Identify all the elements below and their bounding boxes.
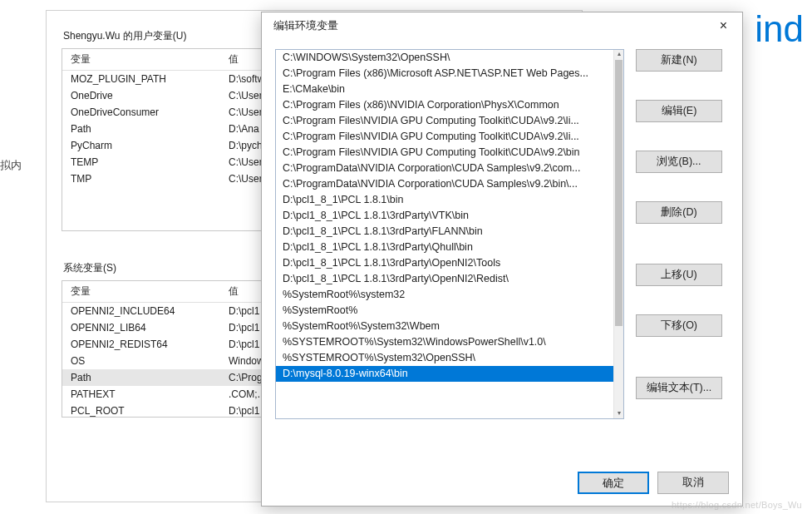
dialog-titlebar: 编辑环境变量 × (262, 12, 742, 39)
edit-env-variable-dialog: 编辑环境变量 × C:\WINDOWS\System32\OpenSSH\C:\… (261, 12, 743, 507)
var-name: PyCharm (62, 137, 220, 154)
watermark: https://blog.csdn.net/Boys_Wu (672, 500, 802, 510)
path-item[interactable]: D:\mysql-8.0.19-winx64\bin (276, 366, 613, 382)
var-name: PCL_ROOT (62, 403, 220, 418)
path-item[interactable]: D:\pcl1_8_1\PCL 1.8.1\bin (276, 192, 613, 208)
close-icon[interactable]: × (713, 17, 734, 35)
background-logo-text: ind (755, 8, 804, 50)
col-var[interactable]: 变量 (62, 281, 220, 303)
path-item[interactable]: D:\pcl1_8_1\PCL 1.8.1\3rdParty\Qhull\bin (276, 240, 613, 255)
var-name: Path (62, 121, 220, 137)
path-item[interactable]: C:\Program Files\NVIDIA GPU Computing To… (276, 113, 613, 129)
scroll-down-icon[interactable]: ▾ (614, 409, 623, 418)
dialog-title: 编辑环境变量 (273, 18, 338, 33)
path-item[interactable]: E:\CMake\bin (276, 82, 613, 97)
scroll-thumb[interactable] (615, 60, 623, 326)
var-name: OPENNI2_REDIST64 (62, 336, 220, 353)
var-name: OS (62, 353, 220, 369)
new-button[interactable]: 新建(N) (636, 49, 722, 72)
var-name: OneDriveConsumer (62, 104, 220, 121)
var-name: OPENNI2_INCLUDE64 (62, 303, 220, 320)
path-item[interactable]: C:\Program Files\NVIDIA GPU Computing To… (276, 129, 613, 145)
move-down-button[interactable]: 下移(O) (636, 314, 722, 337)
scrollbar[interactable]: ▴ ▾ (613, 50, 623, 418)
scroll-up-icon[interactable]: ▴ (614, 50, 623, 59)
path-item[interactable]: D:\pcl1_8_1\PCL 1.8.1\3rdParty\FLANN\bin (276, 224, 613, 240)
path-list[interactable]: C:\WINDOWS\System32\OpenSSH\C:\Program F… (275, 49, 624, 419)
path-item[interactable]: C:\ProgramData\NVIDIA Corporation\CUDA S… (276, 161, 613, 176)
var-name: PATHEXT (62, 386, 220, 403)
path-item[interactable]: %SYSTEMROOT%\System32\OpenSSH\ (276, 350, 613, 366)
path-item[interactable]: %SystemRoot% (276, 303, 613, 319)
left-cut-label: 拟内 (0, 158, 22, 173)
delete-button[interactable]: 删除(D) (636, 201, 722, 224)
path-item[interactable]: C:\Program Files (x86)\Microsoft ASP.NET… (276, 66, 613, 82)
var-name: OPENNI2_LIB64 (62, 319, 220, 336)
ok-button[interactable]: 确定 (578, 472, 649, 494)
browse-button[interactable]: 浏览(B)... (636, 151, 722, 173)
path-item[interactable]: C:\Program Files (x86)\NVIDIA Corporatio… (276, 97, 613, 113)
edit-text-button[interactable]: 编辑文本(T)... (636, 377, 722, 399)
var-name: MOZ_PLUGIN_PATH (62, 71, 220, 88)
side-buttons: 新建(N) 编辑(E) 浏览(B)... 删除(D) 上移(U) 下移(O) 编… (636, 49, 722, 419)
ok-cancel-row: 确定 取消 (578, 472, 729, 494)
path-item[interactable]: D:\pcl1_8_1\PCL 1.8.1\3rdParty\OpenNI2\R… (276, 271, 613, 287)
var-name: TEMP (62, 154, 220, 171)
path-item[interactable]: C:\ProgramData\NVIDIA Corporation\CUDA S… (276, 176, 613, 192)
var-name: Path (62, 369, 220, 386)
path-item[interactable]: C:\Program Files\NVIDIA GPU Computing To… (276, 145, 613, 161)
cancel-button[interactable]: 取消 (657, 472, 729, 494)
path-item[interactable]: D:\pcl1_8_1\PCL 1.8.1\3rdParty\OpenNI2\T… (276, 255, 613, 271)
var-name: OneDrive (62, 87, 220, 104)
var-name: TMP (62, 171, 220, 187)
path-item[interactable]: C:\WINDOWS\System32\OpenSSH\ (276, 50, 613, 66)
path-item[interactable]: D:\pcl1_8_1\PCL 1.8.1\3rdParty\VTK\bin (276, 208, 613, 224)
edit-button[interactable]: 编辑(E) (636, 100, 722, 122)
path-item[interactable]: %SystemRoot%\system32 (276, 287, 613, 303)
path-item[interactable]: %SystemRoot%\System32\Wbem (276, 319, 613, 334)
move-up-button[interactable]: 上移(U) (636, 264, 722, 286)
col-var[interactable]: 变量 (62, 49, 220, 71)
path-item[interactable]: %SYSTEMROOT%\System32\WindowsPowerShell\… (276, 334, 613, 350)
